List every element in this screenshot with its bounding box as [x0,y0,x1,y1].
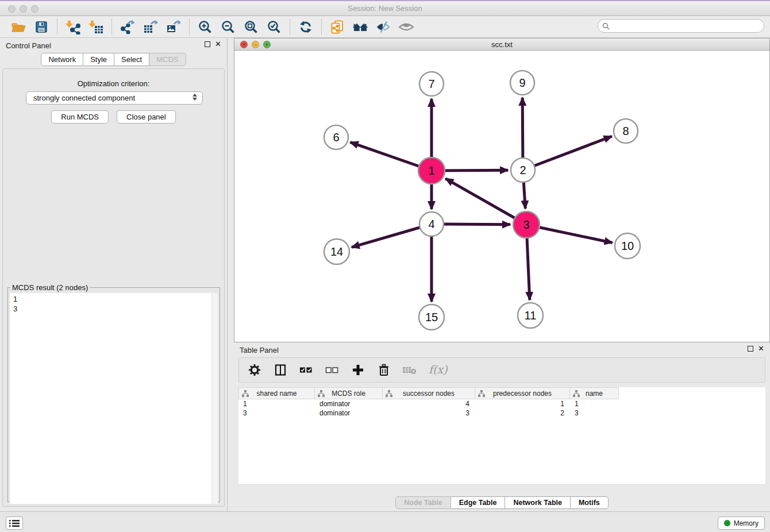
network-frame-titlebar[interactable]: ✕ – + scc.txt [234,38,769,51]
tree-icon [318,390,325,397]
node-4[interactable]: 4 [419,212,444,236]
table-row[interactable]: 1dominator411 [238,399,765,408]
node-label: 2 [519,164,526,176]
function-builder-button[interactable]: f(x) [427,361,450,379]
column-settings-button[interactable] [246,361,263,379]
run-mcds-button[interactable]: Run MCDS [51,110,109,124]
show-all-button[interactable] [398,18,415,36]
function-fx-icon: f(x) [428,363,449,377]
table-tab-network-table[interactable]: Network Table [505,496,571,509]
table-tab-edge-table[interactable]: Edge Table [451,496,506,509]
hide-selected-button[interactable] [375,18,392,36]
cell-name[interactable]: 3 [570,408,619,418]
cell-name[interactable]: 1 [570,399,619,408]
search-input[interactable] [612,22,764,30]
node-label: 1 [428,164,434,177]
first-neighbors-button[interactable] [352,18,369,36]
cell-predecessor-nodes[interactable]: 2 [475,408,570,418]
table-panel-float-icon[interactable] [748,346,753,352]
table-toolbar: f(x) [238,357,765,383]
zoom-in-button[interactable] [197,18,214,36]
checked-boxes-icon [299,364,313,376]
control-panel-float-icon[interactable] [205,41,210,47]
node-9[interactable]: 9 [510,71,534,95]
node-15[interactable]: 15 [419,304,444,330]
result-scrollbar[interactable] [211,293,218,504]
tab-style[interactable]: Style [83,53,114,66]
svg-text:f(x): f(x) [429,363,448,376]
control-panel-title: Control Panel [6,41,51,50]
tab-network[interactable]: Network [41,53,83,66]
node-6[interactable]: 6 [324,125,348,149]
mcds-result-list[interactable]: 13 [10,293,217,504]
node-8[interactable]: 8 [614,119,638,143]
plus-icon [352,364,364,376]
table-tab-node-table[interactable]: Node Table [395,496,451,509]
neighbor-houses-icon [352,20,369,34]
export-image-button[interactable] [165,18,182,36]
refresh-view-button[interactable] [297,18,314,36]
tab-mcds[interactable]: MCDS [149,53,186,66]
node-11[interactable]: 11 [518,303,543,328]
zoom-fit-button[interactable] [242,18,260,36]
import-table-button[interactable] [87,18,105,36]
open-file-button[interactable] [10,18,27,36]
node-table: shared nameMCDS rolesuccessor nodesprede… [238,387,765,484]
toolbar-separator [290,19,290,35]
select-all-columns-button[interactable] [298,361,315,379]
node-label: 8 [622,125,629,137]
search-icon [602,22,610,30]
task-history-button[interactable] [6,516,23,530]
column-header-predecessor-nodes[interactable]: predecessor nodes [475,387,570,399]
network-canvas[interactable]: 7968124314101511 [234,51,769,342]
node-14[interactable]: 14 [324,239,349,264]
node-7[interactable]: 7 [419,72,444,96]
clone-network-button[interactable] [329,18,346,36]
node-label: 10 [621,240,634,252]
zoom-out-button[interactable] [220,18,237,36]
node-2[interactable]: 2 [511,158,535,182]
memory-button[interactable]: Memory [718,516,765,530]
save-session-button[interactable] [33,18,50,36]
delete-column-button[interactable] [375,361,392,379]
gear-icon [248,364,261,376]
tab-select[interactable]: Select [114,53,149,66]
zoom-selected-button[interactable] [265,18,283,36]
cell-MCDS-role[interactable]: dominator [315,408,383,418]
cell-successor-nodes[interactable]: 3 [383,408,475,418]
column-header-shared-name[interactable]: shared name [238,387,315,399]
table-row[interactable]: 3dominator323 [238,408,765,418]
column-header-MCDS-role[interactable]: MCDS role [315,387,383,399]
export-network-button[interactable] [119,18,136,36]
node-1[interactable]: 1 [418,157,445,184]
cell-MCDS-role[interactable]: dominator [315,399,383,408]
close-panel-button[interactable]: Close panel [117,110,176,124]
node-3[interactable]: 3 [513,211,540,238]
table-hscrollbar[interactable] [238,484,765,495]
column-header-name[interactable]: name [570,387,619,399]
cell-shared-name[interactable]: 3 [238,408,315,418]
edge-3-to-1[interactable] [445,179,526,225]
table-tab-motifs[interactable]: Motifs [571,496,609,509]
cell-shared-name[interactable]: 1 [238,399,315,408]
create-column-button[interactable] [349,361,367,379]
node-10[interactable]: 10 [615,233,640,259]
edge-2-to-8[interactable] [523,136,612,170]
cell-predecessor-nodes[interactable]: 1 [475,399,570,408]
column-header-successor-nodes[interactable]: successor nodes [383,387,475,399]
column-header-label: shared name [256,390,297,398]
cell-successor-nodes[interactable]: 4 [383,399,475,408]
export-network-icon [120,20,135,34]
column-header-label: predecessor nodes [493,390,552,398]
table-panel-close-icon[interactable]: ✕ [758,346,764,352]
delete-table-button[interactable] [401,361,418,379]
criterion-dropdown[interactable]: strongly connected component [26,91,203,105]
import-network-button[interactable] [64,18,82,36]
show-columns-button[interactable] [272,361,289,379]
deselect-all-columns-button[interactable] [324,361,341,379]
export-table-button[interactable] [142,18,159,36]
control-panel-close-icon[interactable]: ✕ [215,41,221,47]
save-icon [34,20,49,34]
global-search[interactable] [598,19,764,33]
node-label: 9 [519,76,525,89]
